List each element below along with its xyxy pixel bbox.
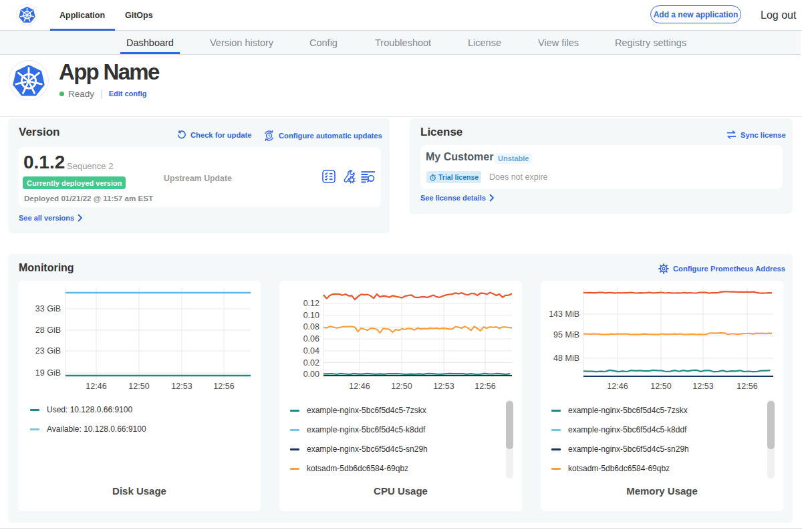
svg-text:0.12: 0.12 <box>303 299 319 308</box>
svg-text:28 GiB: 28 GiB <box>35 325 61 335</box>
svg-text:0.02: 0.02 <box>303 358 319 368</box>
svg-text:48 MiB: 48 MiB <box>553 354 579 363</box>
svg-text:33 GiB: 33 GiB <box>35 304 61 313</box>
svg-text:0.10: 0.10 <box>303 311 319 320</box>
svg-text:12:53: 12:53 <box>692 382 713 391</box>
svg-text:12:56: 12:56 <box>475 382 495 391</box>
svg-text:143 MiB: 143 MiB <box>549 309 579 319</box>
svg-text:0.06: 0.06 <box>303 334 319 344</box>
svg-text:0.08: 0.08 <box>303 322 319 331</box>
svg-text:12:46: 12:46 <box>86 382 106 391</box>
svg-text:12:53: 12:53 <box>433 382 454 391</box>
svg-text:12:53: 12:53 <box>171 382 192 391</box>
svg-text:23 GiB: 23 GiB <box>35 346 61 356</box>
svg-text:12:46: 12:46 <box>349 382 370 391</box>
svg-text:19 GiB: 19 GiB <box>35 368 61 378</box>
svg-text:95 MiB: 95 MiB <box>553 330 579 340</box>
svg-text:12:46: 12:46 <box>607 382 628 391</box>
svg-text:0.00: 0.00 <box>303 370 319 379</box>
svg-text:12:56: 12:56 <box>737 382 757 391</box>
svg-text:12:50: 12:50 <box>391 382 412 391</box>
svg-text:12:56: 12:56 <box>213 382 234 391</box>
svg-text:0.04: 0.04 <box>303 346 319 356</box>
svg-text:12:50: 12:50 <box>128 382 149 391</box>
svg-text:12:50: 12:50 <box>650 382 671 391</box>
